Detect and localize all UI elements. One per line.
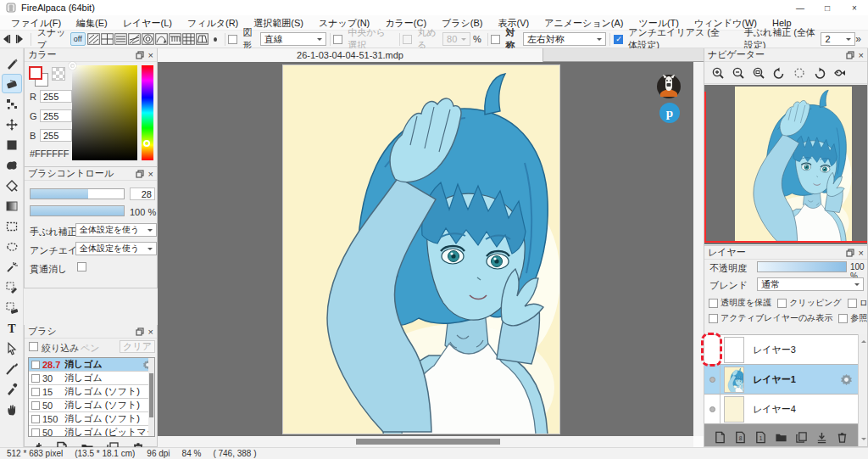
select-rect-tool[interactable] (2, 216, 22, 236)
blend-dropdown[interactable]: 通常 (757, 277, 864, 291)
blue-input[interactable]: 255 (40, 129, 72, 142)
layer-row[interactable]: レイヤー3 (704, 335, 858, 365)
next-snap-button[interactable] (14, 32, 27, 47)
prev-snap-button[interactable] (0, 32, 14, 47)
firealpaca-mascot-icon[interactable] (657, 75, 681, 98)
hand-tool[interactable] (2, 400, 22, 419)
shape-dropdown[interactable]: 直線 (260, 32, 326, 46)
snap-concentric-icon[interactable] (142, 32, 155, 47)
duplicate-layer-button[interactable] (791, 431, 811, 444)
document-tab[interactable]: 26-1-03-04-04-51-31.mdp (158, 48, 543, 62)
antialias-checkbox[interactable] (614, 35, 623, 44)
snap-parallel-icon[interactable] (87, 32, 101, 47)
delete-layer-button[interactable] (832, 431, 852, 444)
menu-layer[interactable]: レイヤー(L) (115, 15, 180, 31)
stabilizer-dropdown[interactable]: 2 (821, 32, 855, 46)
menu-brush[interactable]: ブラシ(B) (434, 15, 490, 31)
select-lasso-tool[interactable] (2, 237, 22, 256)
zoom-out-icon[interactable] (728, 64, 748, 82)
brush-row[interactable]: 50消しゴム (ビットマップ) (29, 426, 154, 437)
fill-rect-tool[interactable] (2, 135, 22, 154)
add-layer-folder-button[interactable] (771, 431, 791, 444)
sv-marker[interactable] (69, 62, 76, 70)
canvas-document[interactable] (282, 64, 560, 434)
scatter-tool[interactable] (2, 94, 22, 114)
brush-filter-checkbox[interactable] (29, 342, 38, 351)
brush-row[interactable]: 30消しゴム (29, 372, 154, 385)
brush-list-scrollbar[interactable] (148, 358, 154, 437)
menu-animation[interactable]: アニメーション(A) (537, 15, 631, 31)
float-panel-icon[interactable] (846, 51, 854, 59)
menu-filter[interactable]: フィルタ(R) (180, 15, 246, 31)
snap-point-icon[interactable] (214, 37, 217, 42)
canvas-horizontal-scrollbar[interactable] (158, 436, 693, 447)
snap-horizontal-icon[interactable] (114, 32, 128, 47)
red-input[interactable]: 255 (40, 90, 72, 103)
gradient-tool[interactable] (2, 196, 22, 216)
add-layer-button[interactable] (709, 431, 730, 444)
close-panel-icon[interactable]: × (859, 249, 864, 257)
toolbar-overflow-icon[interactable]: » (855, 33, 861, 45)
eraser-tool[interactable] (2, 74, 22, 93)
float-panel-icon[interactable] (846, 249, 854, 257)
layer-settings-gear-icon[interactable] (840, 373, 853, 386)
minimize-button[interactable]: — (787, 0, 814, 15)
transparent-color-swatch[interactable] (52, 67, 65, 81)
active-only-checkbox[interactable] (709, 314, 718, 323)
select-eraser-tool[interactable] (2, 298, 22, 317)
center-select-checkbox[interactable] (333, 35, 342, 44)
zoom-reset-icon[interactable] (748, 64, 769, 82)
close-button[interactable]: × (841, 0, 868, 15)
float-panel-icon[interactable] (136, 51, 144, 59)
brush-row[interactable]: 50消しゴム (ソフト) (29, 399, 154, 412)
snap-curve-icon[interactable] (155, 32, 169, 47)
rotate-reset-icon[interactable] (789, 64, 810, 82)
brush-filter-clear-button[interactable]: クリア (120, 340, 155, 353)
float-panel-icon[interactable] (136, 170, 144, 178)
close-panel-icon[interactable]: × (148, 327, 153, 336)
text-tool[interactable]: T (2, 318, 22, 338)
float-panel-icon[interactable] (136, 327, 144, 336)
saturation-value-picker[interactable] (72, 65, 137, 160)
snap-cross-icon[interactable] (101, 32, 114, 47)
navigator-thumbnail[interactable] (704, 85, 867, 244)
close-panel-icon[interactable]: × (859, 51, 864, 59)
maximize-button[interactable]: □ (814, 0, 841, 15)
brush-row[interactable]: 28.7消しゴム (29, 358, 154, 372)
lock-checkbox[interactable] (848, 299, 857, 308)
brush-row[interactable]: 150消しゴム (ソフト) (29, 412, 154, 426)
protect-alpha-checkbox[interactable] (709, 299, 718, 308)
brush-opacity-slider[interactable] (30, 205, 125, 216)
rotate-left-icon[interactable] (769, 64, 789, 82)
layer-list-scrollbar[interactable] (858, 334, 867, 446)
round-checkbox[interactable] (403, 35, 412, 44)
foreground-color-swatch[interactable] (29, 66, 42, 80)
antialias-setting-dropdown[interactable]: 全体設定を使う (75, 242, 157, 255)
brush-size-slider[interactable] (30, 188, 125, 199)
snap-off-button[interactable]: off (70, 32, 86, 46)
select-pen-tool[interactable] (2, 277, 22, 297)
reference-checkbox[interactable] (838, 314, 848, 323)
snap-grid-icon[interactable] (182, 32, 196, 47)
shape-checkbox[interactable] (228, 35, 237, 44)
snap-perspective-icon[interactable] (196, 32, 209, 47)
clipping-checkbox[interactable] (777, 299, 787, 308)
fill-polygon-tool[interactable] (2, 176, 22, 195)
snap-vanishing-icon[interactable] (128, 32, 142, 47)
close-panel-icon[interactable]: × (148, 170, 153, 178)
symmetry-dropdown[interactable]: 左右対称 (523, 32, 606, 46)
layer-visibility-toggle[interactable] (704, 395, 721, 423)
pen-tool[interactable] (2, 53, 22, 73)
brush-size-value[interactable]: 28 (130, 188, 155, 200)
add-1bit-layer-button[interactable]: 1 (750, 431, 771, 444)
snap-ruler-icon[interactable] (169, 32, 182, 47)
round-dropdown[interactable]: 80 (442, 32, 470, 46)
layer-row[interactable]: レイヤー1 (704, 365, 858, 395)
divide-tool[interactable] (2, 359, 22, 378)
pixiv-icon[interactable]: p (659, 103, 680, 123)
green-input[interactable]: 255 (40, 109, 72, 122)
menu-edit[interactable]: 編集(E) (69, 15, 115, 31)
layer-opacity-slider[interactable] (757, 261, 847, 272)
merge-down-button[interactable] (811, 431, 832, 444)
symmetry-checkbox[interactable] (491, 35, 500, 44)
